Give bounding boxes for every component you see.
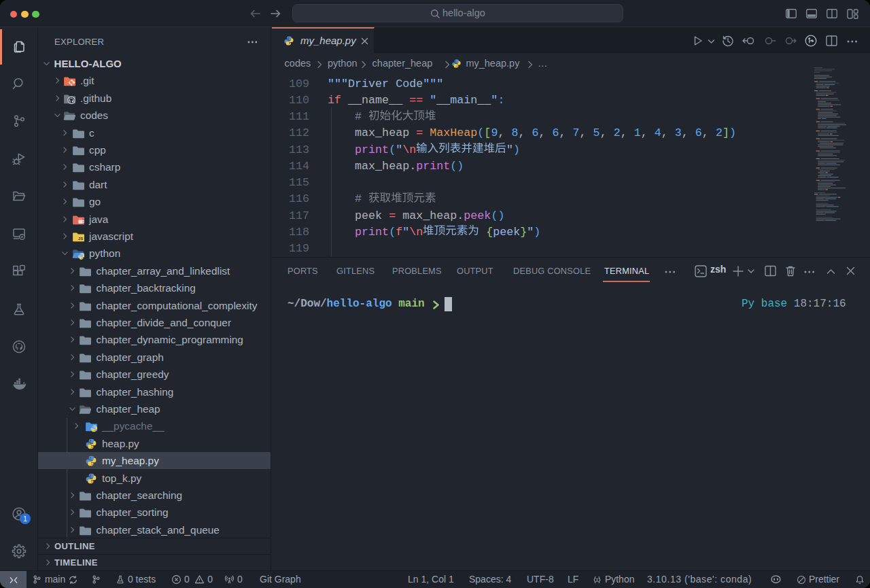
svg-text:JS: JS — [78, 237, 83, 241]
